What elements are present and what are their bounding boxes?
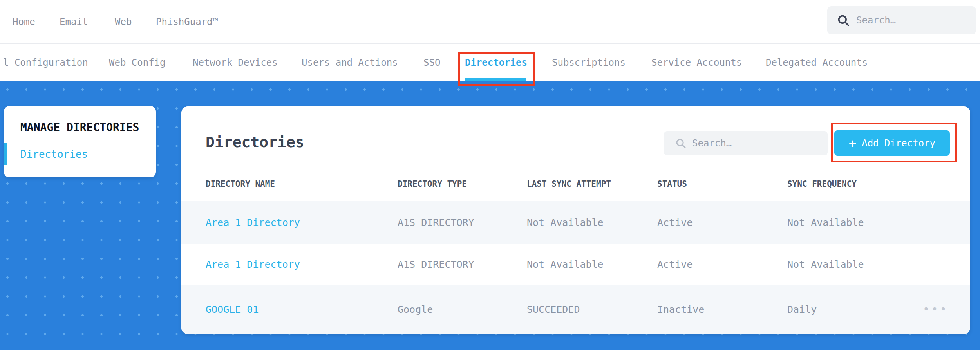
cell-last-sync-attempt: Not Available — [527, 201, 604, 244]
table-row: Area 1 Directory A1S_DIRECTORY Not Avail… — [181, 244, 970, 285]
cell-status: Inactive — [657, 285, 704, 334]
column-header-directory-name: DIRECTORY NAME — [206, 179, 275, 189]
subnav-item-users-and-actions[interactable]: Users and Actions — [302, 44, 398, 81]
directories-search[interactable] — [664, 131, 828, 155]
more-options-icon[interactable]: ••• — [923, 304, 949, 315]
cell-directory-type: Google — [398, 285, 433, 334]
cell-last-sync-attempt: SUCCEEDED — [527, 285, 580, 334]
active-item-accent-bar — [4, 143, 7, 165]
add-directory-label: Add Directory — [862, 138, 935, 149]
column-header-directory-type: DIRECTORY TYPE — [398, 179, 467, 189]
panel-title: MANAGE DIRECTORIES — [20, 121, 139, 134]
column-header-sync-frequency: SYNC FREQUENCY — [787, 179, 857, 189]
search-icon — [837, 14, 850, 27]
search-icon — [675, 137, 687, 149]
subnav-item-web-config[interactable]: Web Config — [109, 44, 166, 81]
plus-icon: + — [849, 137, 856, 150]
global-search-input[interactable] — [856, 15, 976, 26]
subnav-item-sso[interactable]: SSO — [423, 44, 440, 81]
sub-nav-bar: l Configuration Web Config Network Devic… — [0, 44, 980, 81]
topnav-item-phishguard[interactable]: PhishGuard™ — [156, 0, 218, 43]
cell-directory-name[interactable]: GOOGLE-01 — [206, 285, 259, 334]
table-row: GOOGLE-01 Google SUCCEEDED Inactive Dail… — [181, 285, 970, 334]
cell-directory-name[interactable]: Area 1 Directory — [206, 244, 300, 285]
active-tab-underline — [465, 78, 526, 81]
cell-status: Active — [657, 201, 693, 244]
page-title: Directories — [206, 133, 304, 151]
column-header-last-sync-attempt: LAST SYNC ATTEMPT — [527, 179, 611, 189]
cell-directory-name[interactable]: Area 1 Directory — [206, 201, 300, 244]
add-directory-button[interactable]: + Add Directory — [834, 130, 950, 156]
cell-directory-type: A1S_DIRECTORY — [398, 201, 474, 244]
manage-directories-panel: MANAGE DIRECTORIES Directories — [4, 106, 156, 177]
topnav-item-home[interactable]: Home — [13, 0, 35, 43]
topnav-item-web[interactable]: Web — [115, 0, 132, 43]
cell-last-sync-attempt: Not Available — [527, 244, 604, 285]
subnav-item-service-accounts[interactable]: Service Accounts — [651, 44, 742, 81]
directories-search-input[interactable] — [692, 138, 828, 149]
subnav-item-delegated-accounts[interactable]: Delegated Accounts — [766, 44, 868, 81]
table-row: Area 1 Directory A1S_DIRECTORY Not Avail… — [181, 201, 970, 244]
cell-directory-type: A1S_DIRECTORY — [398, 244, 474, 285]
topnav-item-email[interactable]: Email — [60, 0, 88, 43]
cell-sync-frequency: Not Available — [787, 244, 864, 285]
cell-status: Active — [657, 244, 693, 285]
column-header-status: STATUS — [657, 179, 687, 189]
row-actions[interactable]: ••• — [923, 285, 949, 334]
cell-sync-frequency: Not Available — [787, 201, 864, 244]
top-nav-bar: Home Email Web PhishGuard™ — [0, 0, 980, 44]
directories-card: Directories + Add Directory DIRECTORY NA… — [181, 106, 970, 334]
global-search[interactable] — [827, 6, 976, 34]
cell-sync-frequency: Daily — [787, 285, 817, 334]
subnav-item-directories[interactable]: Directories — [465, 44, 527, 81]
subnav-item-email-configuration[interactable]: l Configuration — [3, 44, 88, 81]
subnav-item-subscriptions[interactable]: Subscriptions — [552, 44, 626, 81]
subnav-item-network-devices[interactable]: Network Devices — [193, 44, 278, 81]
panel-item-directories[interactable]: Directories — [20, 148, 88, 160]
